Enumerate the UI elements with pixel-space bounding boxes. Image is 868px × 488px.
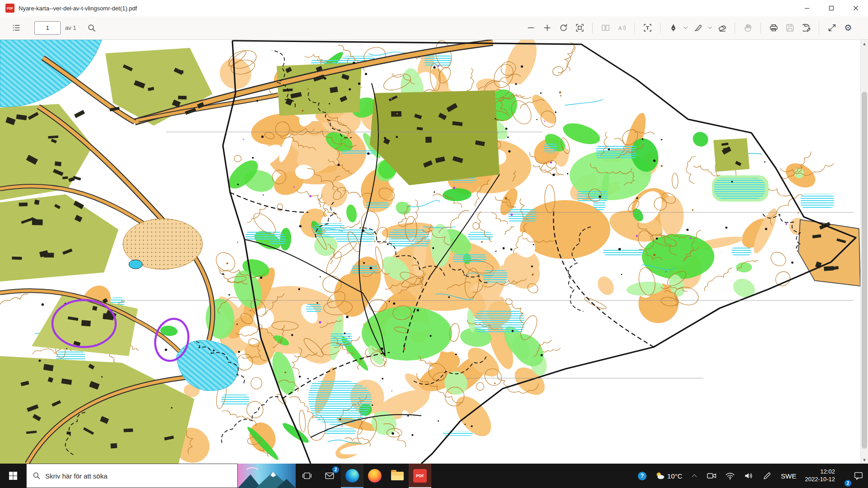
add-text-icon: T [643, 23, 652, 32]
search-input[interactable] [45, 472, 231, 480]
highlight-options-dropdown[interactable] [706, 20, 714, 36]
save-icon [786, 23, 794, 32]
camera-icon [707, 471, 717, 481]
page-view-button[interactable] [597, 20, 613, 36]
edge-app-button[interactable] [341, 464, 363, 488]
speaker-icon [744, 471, 754, 481]
windows-logo-icon [8, 471, 18, 481]
minus-icon [527, 23, 535, 32]
close-icon [853, 5, 859, 11]
table-of-contents-icon [12, 23, 21, 32]
language-indicator[interactable]: SWE [781, 472, 796, 480]
contents-button[interactable] [8, 20, 24, 36]
scroll-down-arrow[interactable]: ▼ [861, 456, 868, 464]
rotate-icon [559, 23, 568, 32]
pen-tray-button[interactable] [762, 471, 772, 481]
pdf-page-orienteering-map[interactable] [0, 40, 860, 464]
pond [129, 260, 142, 269]
fullscreen-icon [828, 23, 836, 32]
scroll-up-arrow[interactable]: ▲ [861, 40, 868, 47]
taskbar: 2 PDF ? 10°C SWE 1 [0, 464, 868, 488]
network-tray-button[interactable] [725, 471, 735, 481]
rotate-button[interactable] [555, 20, 571, 36]
search-icon [87, 23, 96, 32]
mail-app-button[interactable]: 2 [318, 464, 341, 488]
wifi-icon [725, 471, 735, 481]
save-button[interactable] [782, 20, 798, 36]
vertical-scrollbar[interactable]: ▲ ▼ [860, 40, 868, 464]
volume-tray-button[interactable] [744, 471, 754, 481]
separator [819, 23, 819, 33]
pdf-viewer-app-button[interactable]: PDF [409, 464, 431, 488]
edge-icon [345, 469, 359, 483]
taskbar-search-box[interactable] [26, 464, 238, 488]
file-explorer-button[interactable] [386, 464, 409, 488]
zoom-in-button[interactable] [539, 20, 555, 36]
settings-button[interactable]: ⚙ [840, 20, 856, 36]
temperature-label: 10°C [667, 472, 683, 480]
minimize-button[interactable] [795, 0, 819, 16]
read-aloud-icon: A [618, 23, 626, 32]
show-hidden-icons-button[interactable] [691, 472, 698, 479]
mail-badge: 2 [332, 466, 339, 473]
toolbar-tools: A T ⚙ [523, 20, 856, 36]
meet-now-button[interactable] [707, 471, 717, 481]
notification-icon [854, 471, 863, 481]
pen-icon [669, 23, 678, 32]
notification-center-button[interactable]: 2 [844, 471, 863, 481]
two-page-view-icon [601, 23, 610, 32]
printer-icon [769, 23, 778, 32]
pdf-app-icon: PDF [413, 469, 427, 483]
draw-options-dropdown[interactable] [681, 20, 689, 36]
fullscreen-button[interactable] [824, 20, 840, 36]
help-icon: ? [638, 472, 646, 480]
save-as-button[interactable] [798, 20, 814, 36]
folder-icon [391, 472, 404, 480]
plus-icon [543, 23, 552, 32]
chevron-down-icon [683, 25, 688, 30]
sun-cloud-icon [655, 471, 665, 481]
zoom-out-button[interactable] [523, 20, 539, 36]
draw-button[interactable] [665, 20, 681, 36]
eraser-icon [718, 23, 726, 32]
add-text-button[interactable]: T [639, 20, 656, 36]
highlight-button[interactable] [689, 20, 706, 36]
pdf-file-icon: PDF [5, 4, 14, 13]
hand-tool-button[interactable] [740, 20, 756, 36]
title-bar: PDF Nyare-karta--ver-del-av-t-vlingsomr-… [0, 0, 868, 16]
widgets-weather-button[interactable] [238, 464, 296, 488]
language-label: SWE [781, 472, 796, 480]
pdf-toolbar: av 1 A T ⚙ [0, 16, 868, 40]
window-title: Nyare-karta--ver-del-av-t-vlingsomr-det(… [19, 5, 137, 12]
mail-icon [325, 471, 335, 481]
chevron-up-icon [691, 472, 698, 479]
gear-icon: ⚙ [844, 23, 852, 32]
clock-tray-button[interactable]: 12:02 2022-10-12 [805, 468, 835, 483]
scrollbar-thumb[interactable] [862, 92, 867, 449]
read-aloud-button[interactable]: A [613, 20, 630, 36]
task-view-button[interactable] [296, 464, 318, 488]
search-button[interactable] [84, 20, 100, 36]
separator [592, 23, 593, 33]
erase-button[interactable] [714, 20, 730, 36]
maximize-icon [829, 5, 834, 11]
weather-tray-button[interactable]: 10°C [655, 471, 683, 481]
maximize-button[interactable] [819, 0, 844, 16]
notification-badge: 2 [844, 480, 851, 487]
close-button[interactable] [844, 0, 868, 16]
page-number-input[interactable] [34, 21, 61, 35]
firefox-app-button[interactable] [363, 464, 386, 488]
minimize-icon [804, 5, 810, 11]
start-button[interactable] [0, 464, 26, 488]
fit-to-page-button[interactable] [571, 20, 588, 36]
svg-text:A: A [618, 25, 622, 31]
separator [735, 23, 735, 33]
help-tray-button[interactable]: ? [638, 472, 646, 480]
weather-widget-image [238, 464, 296, 488]
hand-icon [744, 23, 752, 32]
print-button[interactable] [765, 20, 782, 36]
highlighter-icon [693, 23, 702, 32]
search-icon [33, 472, 41, 480]
clock: 12:02 2022-10-12 [805, 468, 835, 483]
time-label: 12:02 [820, 468, 835, 475]
